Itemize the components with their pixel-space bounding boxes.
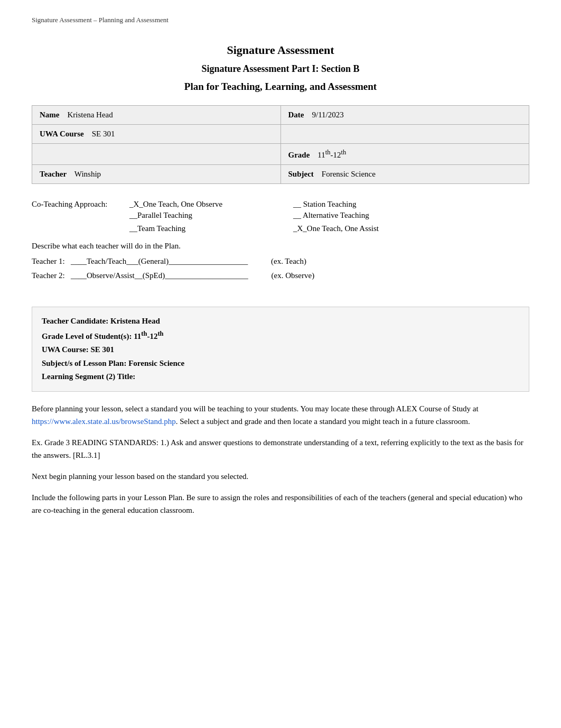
body-section: Before planning your lesson, select a st… <box>32 402 529 517</box>
teacher1-ex: (ex. Teach) <box>271 257 306 265</box>
option-station-teaching: __ Station Teaching <box>293 200 420 209</box>
date-value: 9/11/2023 <box>312 110 344 119</box>
option-parallel-teaching: __Parallel Teaching <box>129 211 256 220</box>
grade-label: Grade <box>288 151 310 159</box>
teacher1-line: Teacher 1: ____Teach/Teach___(General)__… <box>32 257 529 266</box>
summary-line3: UWA Course: SE 301 <box>42 343 519 357</box>
name-label: Name <box>40 110 60 119</box>
body-para4: Include the following parts in your Less… <box>32 491 529 517</box>
date-label: Date <box>288 110 304 119</box>
teacher-value: Winship <box>74 170 101 178</box>
page-title: Signature Assessment <box>32 43 529 57</box>
teacher-label: Teacher <box>40 170 67 178</box>
alex-link[interactable]: https://www.alex.state.al.us/browseStand… <box>32 417 176 426</box>
teacher2-ex: (ex. Observe) <box>272 271 315 280</box>
course-value: SE 301 <box>92 130 115 138</box>
summary-box: Teacher Candidate: Kristena Head Grade L… <box>32 307 529 392</box>
coteaching-section: Co-Teaching Approach: _X_One Teach, One … <box>32 195 529 291</box>
option-one-teach-assist: _X_One Teach, One Assist <box>293 224 420 233</box>
summary-line5: Learning Segment (2) Title: <box>42 370 519 384</box>
teacher2-value: ____Observe/Assist__(SpEd)______________… <box>71 271 248 280</box>
subtitle: Signature Assessment Part I: Section B <box>32 63 529 75</box>
option-alternative-teaching: __ Alternative Teaching <box>293 211 420 220</box>
name-value: Kristena Head <box>68 110 113 119</box>
option-team-teaching: __Team Teaching <box>129 224 256 233</box>
grade-value: 11th-12th <box>317 151 346 159</box>
option-one-teach-observe: _X_One Teach, One Observe <box>129 200 256 209</box>
course-label: UWA Course <box>40 130 84 138</box>
teacher2-label: Teacher 2: <box>32 271 65 280</box>
teacher1-label: Teacher 1: <box>32 257 65 265</box>
info-grid: Name Kristena Head Date 9/11/2023 UWA Co… <box>32 105 529 184</box>
subject-label: Subject <box>288 170 314 178</box>
teacher2-line: Teacher 2: ____Observe/Assist__(SpEd)___… <box>32 271 529 280</box>
summary-line1: Teacher Candidate: Kristena Head <box>42 315 519 328</box>
plan-title: Plan for Teaching, Learning, and Assessm… <box>32 81 529 93</box>
subject-value: Forensic Science <box>322 170 376 178</box>
describe-label: Describe what each teacher will do in th… <box>32 242 529 251</box>
summary-line2: Grade Level of Student(s): 11th-12th <box>42 328 519 344</box>
body-para1: Before planning your lesson, select a st… <box>32 402 529 428</box>
coteaching-label: Co-Teaching Approach: <box>32 200 124 209</box>
body-para2: Ex. Grade 3 READING STANDARDS: 1.) Ask a… <box>32 436 529 462</box>
teacher1-value: ____Teach/Teach___(General)_____________… <box>71 257 248 265</box>
body-para3: Next begin planning your lesson based on… <box>32 470 529 483</box>
summary-line4: Subject/s of Lesson Plan: Forensic Scien… <box>42 357 519 371</box>
breadcrumb: Signature Assessment – Planning and Asse… <box>32 16 529 27</box>
